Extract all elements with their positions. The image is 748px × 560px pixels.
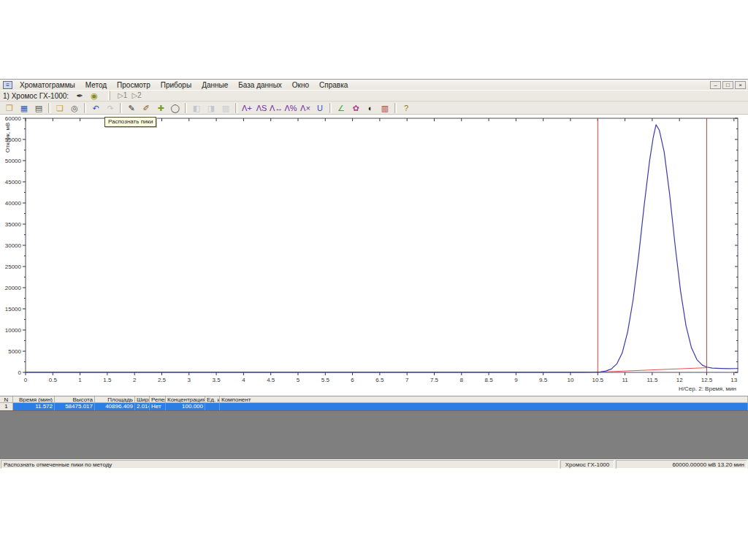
x-tick-label: 12.5	[701, 377, 713, 383]
menu-bar: ≡ ХроматограммыМетодПросмотрПриборыДанны…	[0, 80, 748, 90]
column-header-1[interactable]: Время (мин)	[13, 396, 55, 403]
restore-button[interactable]: □	[722, 81, 733, 89]
x-tick-label: 4	[242, 377, 245, 383]
x-tick-label: 5	[297, 377, 300, 383]
x-tick-label: 0.5	[49, 377, 58, 383]
redo-icon: ↷	[103, 102, 118, 114]
report-icon[interactable]: ▥	[378, 102, 392, 114]
x-tick-label: 10.5	[592, 377, 603, 383]
cascade-windows-icon: ▥	[218, 102, 233, 114]
menu-item-data[interactable]: Данные	[196, 80, 233, 90]
copy-to-folder-icon[interactable]: ❏	[53, 102, 67, 114]
print-icon[interactable]: ▤	[31, 102, 46, 114]
x-tick-label: 10	[568, 377, 574, 383]
toolbar-separator	[185, 103, 187, 113]
x-tick-label: 1.5	[103, 377, 112, 383]
toolbar-grip	[108, 91, 110, 100]
status-range: 60000.00000 мВ 13.20 мин	[616, 460, 747, 469]
y-tick-label: 10000	[5, 327, 22, 334]
chromatogram-area[interactable]: Распознать пики 00.511.522.533.544.555.5…	[0, 115, 748, 396]
peak-split-icon[interactable]: Λ%	[283, 102, 298, 114]
column-header-2[interactable]: Высота	[55, 396, 95, 403]
menu-item-database[interactable]: База данных	[233, 80, 287, 90]
run-1-button[interactable]: ▷1	[118, 91, 127, 101]
close-button[interactable]: ×	[735, 81, 746, 89]
toolbar-separator	[120, 103, 122, 113]
column-header-7[interactable]: Ед. изм	[205, 396, 220, 403]
peak-table-header: NВремя (мин)ВысотаПлощадьШиринРеперКонце…	[0, 396, 748, 403]
peak-shape-icon[interactable]: ΛS	[254, 102, 269, 114]
menu-item-method[interactable]: Метод	[80, 80, 112, 90]
save-icon[interactable]: ▦	[17, 102, 31, 114]
baseline-icon[interactable]: U	[313, 102, 327, 114]
column-header-3[interactable]: Площадь	[95, 396, 135, 403]
menu-item-instruments[interactable]: Приборы	[156, 80, 196, 90]
column-header-0[interactable]: N	[0, 396, 13, 403]
column-header-6[interactable]: Концентрация	[166, 396, 205, 403]
toolbar-tooltip: Распознать пики	[104, 117, 156, 127]
table-cell-2: 58475.017	[55, 403, 95, 410]
device-status-icon[interactable]: ◉	[88, 91, 101, 101]
x-tick-label: 13	[730, 377, 737, 383]
table-cell-8	[220, 403, 748, 410]
peak-merge-icon[interactable]: Λ↔	[269, 102, 283, 114]
window-controls: – □ ×	[710, 81, 748, 89]
table-cell-7	[205, 403, 220, 410]
pen-recorder-icon[interactable]: ✒	[73, 91, 86, 101]
x-tick-label: 7.5	[430, 377, 439, 383]
minimize-button[interactable]: –	[710, 81, 721, 89]
undo-icon[interactable]: ↶	[88, 102, 103, 114]
x-axis-title: Н/Сер. 2: Время, мин	[679, 386, 736, 392]
chromos-app-window: ≡ ХроматограммыМетодПросмотрПриборыДанны…	[0, 79, 748, 468]
peak-delete-icon[interactable]: Λ×	[298, 102, 313, 114]
chromatogram-trace	[26, 125, 738, 372]
instrument-bar: 1) Хромос ГХ-1000: ✒◉ ▷1▷2	[0, 90, 748, 101]
y-tick-label: 5000	[8, 348, 21, 355]
y-tick-label: 15000	[5, 306, 22, 312]
peak-start-icon[interactable]: Λ+	[240, 102, 254, 114]
x-tick-label: 0	[24, 377, 28, 383]
status-device: Хромос ГХ-1000	[560, 460, 614, 469]
main-toolbar: ❒▦▤❏◎↶↷✎✐✚◯◧◨▥Λ+ΛSΛ↔Λ%Λ×U∠✿◐▥?	[0, 101, 748, 115]
chromatogram-plot[interactable]: 00.511.522.533.544.555.566.577.588.599.5…	[0, 115, 748, 396]
menu-item-help[interactable]: Справка	[314, 80, 353, 90]
x-tick-label: 4.5	[267, 377, 275, 383]
marker-pen-icon[interactable]: ✐	[139, 102, 153, 114]
instrument-label: 1) Хромос ГХ-1000:	[3, 92, 69, 100]
y-tick-label: 45000	[5, 179, 22, 185]
run-2-button[interactable]: ▷2	[131, 91, 141, 101]
toolbar-separator	[84, 103, 86, 113]
calibration-icon[interactable]: ✿	[348, 102, 363, 114]
lasso-icon[interactable]: ◯	[168, 102, 183, 114]
x-tick-label: 1	[78, 377, 82, 383]
status-bar: Распознать отмеченные пики по методу Хро…	[0, 459, 748, 469]
integrate-icon[interactable]: ∠	[334, 102, 348, 114]
tile-horizontal-icon: ◧	[189, 102, 204, 114]
column-header-8[interactable]: Компонент	[220, 396, 748, 403]
zoom-icon[interactable]: ◎	[67, 102, 82, 114]
y-tick-label: 35000	[5, 221, 22, 228]
x-tick-label: 8	[460, 377, 464, 383]
pencil-icon[interactable]: ✎	[124, 102, 139, 114]
menu-item-chromatograms[interactable]: Хроматограммы	[15, 80, 80, 90]
table-cell-0: 1	[0, 403, 13, 410]
y-tick-label: 40000	[5, 200, 22, 207]
x-tick-label: 3.5	[213, 377, 221, 383]
peak-baseline	[598, 368, 706, 372]
help-icon[interactable]: ?	[399, 102, 413, 114]
open-chromatogram-icon[interactable]: ❒	[2, 102, 17, 114]
move-cross-icon[interactable]: ✚	[153, 102, 168, 114]
table-cell-5: Нет	[150, 403, 166, 410]
x-tick-label: 6	[351, 377, 354, 383]
toolbar-separator	[394, 103, 397, 113]
table-cell-6: 100.000	[166, 403, 205, 410]
run-buttons: ▷1▷2	[113, 91, 142, 101]
contrast-icon[interactable]: ◐	[363, 102, 378, 114]
plot-frame	[26, 118, 738, 372]
menu-item-window[interactable]: Окно	[287, 80, 314, 90]
table-cell-1: 11.572	[13, 403, 55, 410]
column-header-5[interactable]: Репер	[150, 396, 166, 403]
menu-item-view[interactable]: Просмотр	[112, 80, 156, 90]
peak-table-row[interactable]: 111.57258475.01740896.4092.014Нет100.000	[0, 403, 748, 410]
column-header-4[interactable]: Ширин	[135, 396, 150, 403]
